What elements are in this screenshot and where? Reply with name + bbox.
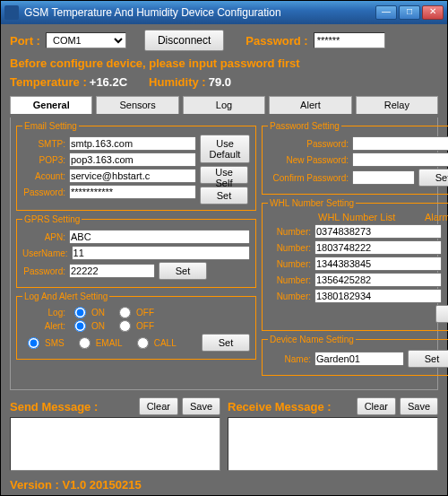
newpwd-input[interactable]	[352, 152, 448, 167]
num2-input[interactable]	[314, 240, 442, 255]
send-label: Send Message :	[10, 400, 98, 413]
num3-label: Number:	[268, 259, 311, 269]
alert-label: Alert:	[22, 321, 65, 331]
gprs-fieldset: GPRS Setting APN: UserName: Password:Set	[16, 214, 256, 288]
version-label: Version : V1.0 20150215	[10, 478, 438, 492]
username-input[interactable]	[72, 246, 250, 260]
num1-label: Number:	[268, 227, 311, 237]
devname-legend: Device Name Setting	[268, 335, 356, 344]
num4-label: Number:	[268, 275, 311, 285]
sms-radio[interactable]	[28, 337, 39, 349]
alert-off-radio[interactable]	[119, 320, 131, 332]
devname-set-button[interactable]: Set	[408, 350, 448, 368]
close-button[interactable]: ✕	[422, 5, 444, 20]
hum-value: 79.0	[209, 75, 231, 89]
logalert-fieldset: Log And Alert Setting Log: ON OFF Alert:…	[16, 292, 256, 360]
gprs-pwd-input[interactable]	[69, 264, 155, 278]
email-radio[interactable]	[79, 337, 90, 349]
recv-clear-button[interactable]: Clear	[357, 397, 396, 415]
account-input[interactable]	[69, 169, 196, 183]
email-pwd-label: Password:	[22, 187, 65, 197]
tab-alert[interactable]: Alert	[269, 96, 351, 114]
hum-label: Humidity :	[149, 75, 206, 89]
alert-on-radio[interactable]	[74, 320, 86, 332]
pwdset-set-button[interactable]: Set	[418, 169, 448, 187]
whl-set-button[interactable]: Set	[435, 305, 448, 323]
titlebar: GSM Temperature And Humidity Device Conf…	[1, 1, 447, 24]
logalert-set-button[interactable]: Set	[202, 334, 250, 352]
gprs-pwd-label: Password:	[22, 266, 65, 276]
tab-log[interactable]: Log	[183, 96, 265, 114]
num5-label: Number:	[268, 292, 311, 301]
pwd-input[interactable]	[352, 136, 448, 151]
use-default-button[interactable]: Use Default	[200, 135, 250, 163]
num4-input[interactable]	[314, 273, 442, 287]
port-label: Port :	[10, 34, 40, 48]
port-select[interactable]: COM1	[46, 32, 126, 48]
password-input[interactable]	[314, 32, 385, 48]
newpwd-label: New Password:	[268, 155, 349, 165]
name-input[interactable]	[314, 352, 404, 366]
recv-save-button[interactable]: Save	[400, 397, 438, 415]
call-radio[interactable]	[137, 337, 149, 349]
email-set-button[interactable]: Set	[200, 187, 248, 204]
gprs-legend: GPRS Setting	[22, 214, 82, 224]
log-off-radio[interactable]	[119, 307, 131, 318]
disconnect-button[interactable]: Disconnect	[144, 30, 224, 51]
apn-input[interactable]	[69, 230, 250, 244]
warning-text: Before configure device, please input pa…	[10, 57, 438, 70]
logalert-legend: Log And Alert Setting	[22, 292, 109, 301]
tab-general[interactable]: General	[10, 96, 92, 114]
app-window: GSM Temperature And Humidity Device Conf…	[0, 0, 448, 496]
email-legend: Email Setting	[22, 121, 79, 131]
tab-strip: General Sensors Log Alert Relay	[10, 96, 438, 114]
account-label: Acount:	[22, 171, 65, 181]
whl-alarm-hdr: Alarm Enable	[425, 212, 448, 222]
email-fieldset: Email Setting SMTP: POP3: Acount: Passwo…	[16, 121, 256, 211]
whl-list-hdr: WHL Number List	[318, 212, 395, 222]
num1-input[interactable]	[314, 224, 442, 239]
num5-input[interactable]	[314, 289, 442, 303]
log-on-radio[interactable]	[74, 307, 86, 318]
pwdset-fieldset: Password Setting Password: New Password:…	[262, 121, 448, 195]
name-label: Name:	[268, 354, 311, 364]
apn-label: APN:	[22, 232, 65, 242]
use-self-button[interactable]: Use Self	[200, 166, 248, 184]
minimize-button[interactable]: —	[375, 5, 397, 20]
temp-label: Temperature :	[10, 75, 87, 89]
username-label: UserName:	[22, 248, 68, 258]
confpwd-input[interactable]	[352, 170, 415, 185]
recv-label: Receive Message :	[228, 400, 332, 413]
gprs-set-button[interactable]: Set	[159, 262, 207, 280]
password-label: Password :	[246, 34, 307, 48]
maximize-button[interactable]: □	[399, 5, 420, 20]
log-label: Log:	[22, 308, 65, 318]
pwd-label: Password:	[268, 139, 349, 149]
send-textarea[interactable]	[10, 417, 220, 471]
recv-textarea[interactable]	[228, 417, 438, 471]
smtp-label: SMTP:	[22, 139, 65, 149]
send-clear-button[interactable]: Clear	[139, 397, 178, 415]
smtp-input[interactable]	[69, 136, 196, 151]
email-pwd-input[interactable]	[69, 185, 196, 199]
pwdset-legend: Password Setting	[268, 121, 341, 131]
devname-fieldset: Device Name Setting Name:Set	[262, 335, 448, 376]
temp-value: +16.2C	[90, 75, 127, 89]
window-title: GSM Temperature And Humidity Device Conf…	[24, 6, 375, 19]
pop3-input[interactable]	[69, 152, 196, 167]
num2-label: Number:	[268, 243, 311, 253]
tab-sensors[interactable]: Sensors	[96, 96, 178, 114]
app-icon	[4, 5, 19, 20]
pop3-label: POP3:	[22, 155, 65, 165]
send-save-button[interactable]: Save	[182, 397, 220, 415]
whl-fieldset: WHL Number Setting WHL Number ListAlarm …	[262, 198, 448, 331]
whl-legend: WHL Number Setting	[268, 198, 356, 208]
tab-relay[interactable]: Relay	[356, 96, 438, 114]
num3-input[interactable]	[314, 257, 442, 271]
confpwd-label: Confirm Password:	[268, 173, 349, 183]
